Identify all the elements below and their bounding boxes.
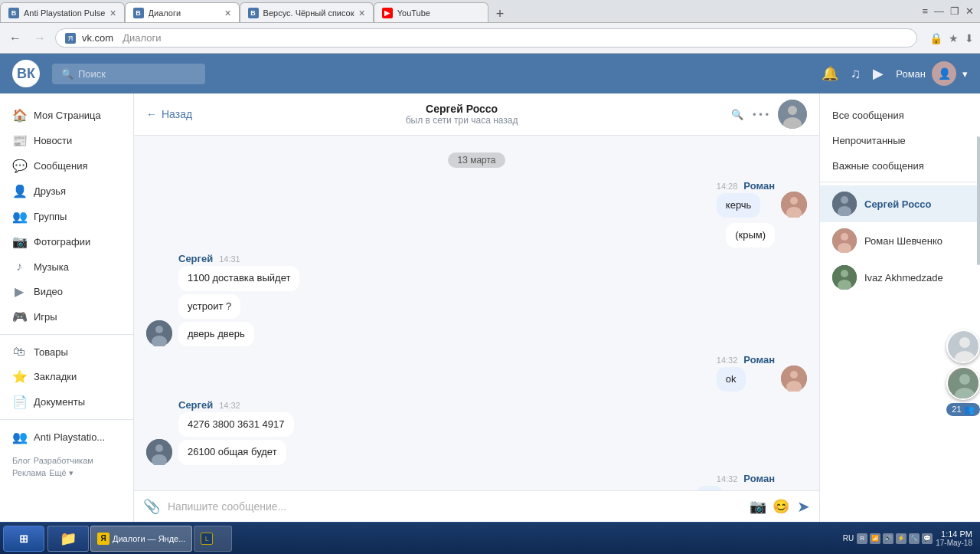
- footer-more[interactable]: Ещё ▾: [49, 468, 74, 478]
- sidebar-item-photos[interactable]: 📷 Фотографии: [0, 229, 133, 254]
- right-panel-contact-3[interactable]: Ivaz Akhmedzade: [820, 259, 980, 296]
- svg-point-25: [841, 233, 848, 241]
- windows-logo: ⊞: [19, 533, 28, 545]
- chat-header: ← Назад Сергей Росcо был в сети три часа…: [134, 93, 819, 136]
- sidebar-label-friends: Друзья: [34, 185, 66, 197]
- search-input[interactable]: [78, 68, 185, 80]
- system-tray: RU R 📶 🔊 ⚡ 🔧 💬 1:14 PM 17-May-18: [838, 529, 977, 547]
- floating-avatar-1[interactable]: [946, 329, 980, 363]
- sidebar-item-groups[interactable]: 👥 Группы: [0, 204, 133, 229]
- sidebar-item-games[interactable]: 🎮 Игры: [0, 304, 133, 329]
- message-row-5: Роман 14:32 ок пойду кидать: [146, 473, 807, 491]
- forward-button[interactable]: →: [31, 28, 49, 48]
- chat-back-button[interactable]: ← Назад: [146, 108, 192, 120]
- video-icon[interactable]: ▶: [873, 65, 884, 82]
- sidebar-item-news[interactable]: 📰 Новости: [0, 128, 133, 153]
- close-button[interactable]: ✕: [965, 5, 974, 17]
- msg-avatar-sergey-1: [146, 320, 172, 346]
- svg-point-28: [841, 270, 848, 277]
- vk-search-box[interactable]: 🔍: [52, 64, 205, 84]
- svg-point-4: [790, 197, 798, 205]
- tab-close-3[interactable]: ×: [359, 7, 365, 19]
- sidebar-item-friends[interactable]: 👤 Друзья: [0, 179, 133, 204]
- address-box[interactable]: Я vk.com Диалоги: [55, 28, 917, 48]
- tab-close-2[interactable]: ×: [224, 7, 230, 19]
- chat-more-icon[interactable]: • • •: [753, 109, 769, 120]
- right-panel-all-messages[interactable]: Все сообщения: [820, 103, 980, 128]
- sys-icon-1: R: [857, 533, 867, 544]
- vk-header: ВК 🔍 🔔 ♫ ▶ Роман 👤 ▾: [0, 54, 980, 93]
- emoji-icon[interactable]: 😊: [773, 498, 789, 515]
- chat-input-area: 📎 📷 😊 ➤: [134, 490, 819, 522]
- bookmark-icon[interactable]: ★: [949, 32, 959, 44]
- site-favicon: Я: [65, 33, 76, 44]
- vk-app: ВК 🔍 🔔 ♫ ▶ Роман 👤 ▾ 🏠 Моя Страница 📰: [0, 54, 980, 522]
- message-row-4: Сергей 14:32 4276 3800 3631 4917 26100 о…: [146, 399, 807, 464]
- messages-icon: 💬: [12, 159, 26, 173]
- sidebar-label-group: Anti Playstatio...: [34, 431, 105, 443]
- msg-avatar-sergey-2: [146, 439, 172, 465]
- sidebar-item-docs[interactable]: 📄 Документы: [0, 389, 133, 415]
- camera-icon[interactable]: 📷: [750, 498, 766, 515]
- message-input[interactable]: [168, 500, 742, 513]
- contact-avatar-2: [832, 228, 857, 253]
- tab-favicon-1: В: [8, 8, 19, 18]
- right-panel-unread[interactable]: Непрочитанные: [820, 128, 980, 153]
- right-panel-important[interactable]: Важные сообщения: [820, 153, 980, 179]
- menu-icon[interactable]: ≡: [922, 5, 928, 17]
- msg-avatar-roman-1: [781, 192, 807, 218]
- taskbar-file-explorer[interactable]: 📁: [47, 526, 89, 552]
- taskbar-yandex-item[interactable]: Я Диалоги — Янде...: [90, 526, 192, 552]
- footer-blog[interactable]: Блог: [12, 456, 31, 465]
- back-button[interactable]: ←: [6, 28, 24, 48]
- reader-mode-icon[interactable]: 🔒: [929, 32, 942, 44]
- sys-clock: 1:14 PM 17-May-18: [936, 529, 972, 547]
- news-icon: 📰: [12, 133, 26, 148]
- attach-icon[interactable]: 📎: [143, 498, 160, 515]
- browser-tab-3[interactable]: В Версус. Чёрный список ×: [240, 2, 374, 22]
- chat-search-icon[interactable]: 🔍: [731, 109, 743, 120]
- sidebar-label-video: Видео: [34, 286, 63, 297]
- browser-tab-1[interactable]: В Anti Playstation Pulse ×: [0, 2, 125, 22]
- taskbar-league-item[interactable]: L: [194, 526, 232, 552]
- vk-main: 🏠 Моя Страница 📰 Новости 💬 Сообщения 👤 Д…: [0, 93, 980, 522]
- tab-close-1[interactable]: ×: [109, 7, 116, 19]
- download-icon[interactable]: ⬇: [965, 32, 974, 44]
- msg-time-1: 14:28: [717, 182, 738, 191]
- message-row-2: Сергей 14:31 1100 доставка выйдет устрои…: [146, 253, 807, 346]
- footer-ads[interactable]: Реклама: [12, 468, 46, 478]
- sidebar-item-group[interactable]: 👥 Anti Playstatio...: [0, 425, 133, 450]
- new-tab-button[interactable]: +: [488, 6, 512, 22]
- right-panel-contact-1[interactable]: Сергей Росcо: [820, 185, 980, 222]
- msg-avatar-roman-2: [781, 366, 807, 392]
- notifications-icon[interactable]: 🔔: [822, 65, 838, 82]
- maximize-button[interactable]: ❐: [950, 5, 959, 17]
- sys-icon-6: 💬: [922, 533, 933, 544]
- sidebar-label-messages: Сообщения: [34, 160, 88, 172]
- floating-count[interactable]: 21 👥: [946, 403, 980, 416]
- sidebar-item-video[interactable]: ▶ Видео: [0, 279, 133, 304]
- sidebar-label-shop: Товары: [34, 346, 68, 358]
- footer-dev[interactable]: Разработчикам: [34, 456, 93, 465]
- minimize-button[interactable]: —: [934, 5, 944, 17]
- browser-tab-2[interactable]: В Диалоги ×: [125, 2, 240, 22]
- message-row-1: Роман 14:28 керчь: [146, 180, 807, 218]
- svg-point-13: [155, 444, 163, 452]
- sidebar-item-music[interactable]: ♪ Музыка: [0, 254, 133, 279]
- browser-tab-4[interactable]: ▶ YouTube: [374, 2, 488, 22]
- music-icon[interactable]: ♫: [851, 66, 861, 82]
- sidebar-item-messages[interactable]: 💬 Сообщения: [0, 153, 133, 179]
- send-button[interactable]: ➤: [797, 497, 810, 516]
- right-panel-contact-2[interactable]: Роман Шевченко: [820, 222, 980, 259]
- vk-logo[interactable]: ВК: [12, 60, 40, 87]
- start-button[interactable]: ⊞: [3, 526, 44, 552]
- msg-meta-3: Роман 14:32: [717, 354, 775, 366]
- floating-avatar-2[interactable]: [946, 366, 980, 400]
- floating-chat-panel: 21 👥: [946, 329, 980, 416]
- sidebar-item-mypage[interactable]: 🏠 Моя Страница: [0, 103, 133, 128]
- league-icon: L: [201, 533, 213, 545]
- contact-avatar-3: [832, 265, 857, 290]
- vk-header-user[interactable]: Роман 👤 ▾: [896, 61, 968, 86]
- sidebar-item-bookmarks[interactable]: ⭐ Закладки: [0, 364, 133, 389]
- sidebar-item-shop[interactable]: 🛍 Товары: [0, 339, 133, 364]
